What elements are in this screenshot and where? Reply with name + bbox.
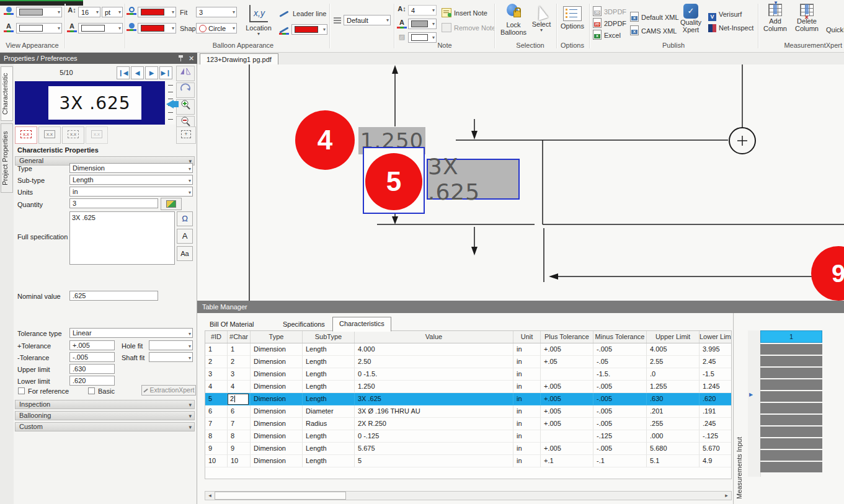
measurement-cell[interactable] — [760, 415, 822, 425]
table-cell[interactable]: 10 — [228, 455, 251, 467]
type-combo[interactable]: Dimension — [69, 163, 193, 173]
table-cell[interactable]: -.005 — [593, 443, 647, 455]
add-column-button[interactable]: ▼ Add Column — [762, 4, 789, 41]
table-cell[interactable]: 4 — [205, 381, 228, 393]
balloon-format-button-3[interactable]: x.x — [62, 126, 84, 144]
symbol-omega-button[interactable]: Ω — [177, 211, 193, 226]
publish-2dpdf-button[interactable]: 2D2DPDF — [593, 18, 626, 28]
table-cell[interactable]: .191 — [700, 405, 732, 418]
balloon-font-color-combo[interactable] — [78, 23, 123, 33]
balloon-outline-color-combo[interactable] — [138, 7, 176, 17]
next-record-button[interactable]: ▶ — [145, 66, 158, 79]
note-size-combo[interactable]: 4 — [408, 5, 437, 15]
table-cell[interactable]: Dimension — [251, 405, 303, 418]
table-row[interactable]: 1010DimensionLength5in+.1-.15.14.9 — [205, 455, 731, 467]
table-cell[interactable]: in — [513, 443, 541, 455]
table-cell[interactable]: -.005 — [593, 381, 647, 393]
minus-tolerance-input[interactable]: -.005 — [69, 352, 115, 362]
table-row[interactable]: 11DimensionLength4.000in+.005-.0054.0053… — [205, 343, 731, 356]
font-style-button[interactable]: A — [177, 229, 193, 244]
table-cell[interactable]: 1.245 — [700, 381, 732, 393]
table-cell[interactable]: 2.55 — [647, 356, 700, 368]
font-size-combo[interactable]: 16 — [78, 7, 100, 17]
table-cell[interactable]: 2X R.250 — [355, 418, 513, 430]
tab-bill-of-material[interactable]: Bill Of Material — [203, 319, 260, 330]
table-cell[interactable]: Length — [303, 393, 355, 405]
table-cell[interactable]: 8 — [205, 430, 228, 443]
preview-zoom-slider[interactable] — [166, 81, 175, 125]
quantity-tool-button[interactable] — [161, 198, 182, 210]
measurement-cell[interactable] — [760, 379, 822, 390]
char-number-edit-input[interactable]: 2 — [228, 394, 249, 405]
table-cell[interactable]: 0 -1.5. — [355, 368, 513, 381]
publish-default-xml-button[interactable]: XDefault XML — [630, 12, 679, 22]
table-cell[interactable]: -.005 — [593, 418, 647, 430]
lock-balloons-button[interactable]: Lock Balloons — [499, 4, 528, 42]
tolerance-type-combo[interactable]: Linear — [69, 328, 193, 338]
shape-combo[interactable]: Circle — [196, 23, 237, 33]
table-cell[interactable]: 2.45 — [700, 356, 732, 368]
table-cell[interactable]: 2 — [228, 356, 251, 368]
column-header[interactable]: SubType — [303, 331, 355, 343]
table-row[interactable]: 66DimensionDiameter3X Ø .196 THRU AUin+.… — [205, 405, 731, 418]
table-cell[interactable]: Length — [303, 368, 355, 381]
table-cell[interactable]: in — [513, 418, 541, 430]
table-cell[interactable]: +.005 — [541, 393, 593, 405]
table-cell[interactable]: 2 — [228, 393, 251, 405]
view-balloon-color-combo[interactable] — [16, 7, 62, 17]
font-unit-combo[interactable]: pt — [102, 7, 123, 17]
balloon-format-button-active[interactable]: x.x — [15, 126, 37, 144]
location-button[interactable]: x,y Location ▾ — [242, 4, 275, 41]
table-cell[interactable]: -.05 — [593, 356, 647, 368]
table-cell[interactable]: in — [513, 343, 541, 356]
last-record-button[interactable]: ▶❙ — [159, 66, 172, 79]
full-spec-textarea[interactable]: 3X .625 — [69, 211, 175, 265]
table-cell[interactable]: -.1 — [593, 455, 647, 467]
column-header[interactable]: Plus Tolerance — [541, 331, 593, 343]
measurement-cell[interactable] — [760, 462, 822, 472]
table-cell[interactable]: Length — [303, 356, 355, 368]
table-cell[interactable]: Dimension — [251, 418, 303, 430]
table-cell[interactable]: .620 — [700, 393, 732, 405]
table-cell[interactable]: +.005 — [541, 381, 593, 393]
section-ballooning[interactable]: Ballooning — [15, 411, 195, 420]
publish-cams-xml-button[interactable]: XCAMS XML — [630, 25, 677, 35]
capture-region-button[interactable]: + — [176, 126, 196, 144]
table-cell[interactable]: -1.5 — [700, 368, 732, 381]
style-preset-combo[interactable]: Default — [344, 15, 391, 25]
table-row[interactable]: 77DimensionRadius2X R.250in+.005-.005.25… — [205, 418, 731, 430]
table-cell[interactable]: in — [513, 430, 541, 443]
table-cell[interactable]: +.1 — [541, 455, 593, 467]
measurement-cell[interactable] — [760, 427, 822, 437]
table-cell[interactable]: 7 — [205, 418, 228, 430]
table-cell[interactable]: Radius — [303, 418, 355, 430]
extractionxpert-button[interactable]: ExtractionXpert — [141, 385, 196, 396]
publish-verisurf-button[interactable]: VVerisurf — [708, 11, 742, 21]
previous-record-button[interactable]: ◀ — [131, 66, 144, 79]
measurement-cell[interactable] — [760, 450, 822, 461]
close-icon[interactable]: ✕ — [189, 53, 194, 64]
table-cell[interactable]: 4.000 — [355, 343, 513, 356]
balloon-fill-color-combo[interactable] — [138, 23, 176, 33]
table-cell[interactable]: 0 -.125 — [355, 430, 513, 443]
table-row[interactable]: 44DimensionLength1.250in+.005-.0051.2551… — [205, 381, 731, 393]
balloon-5[interactable]: 5 — [365, 153, 422, 210]
table-cell[interactable]: 1.250 — [355, 381, 513, 393]
column-header[interactable]: #ID — [205, 331, 228, 343]
table-cell[interactable]: Dimension — [251, 381, 303, 393]
table-cell[interactable] — [541, 430, 593, 443]
table-cell[interactable]: -.005 — [593, 343, 647, 356]
table-cell[interactable]: in — [513, 381, 541, 393]
table-row[interactable]: 33DimensionLength0 -1.5.in-1.5..0-1.5 — [205, 368, 731, 381]
basic-checkbox[interactable] — [88, 387, 95, 394]
table-cell[interactable]: -.005 — [593, 393, 647, 405]
table-cell[interactable]: .201 — [647, 405, 700, 418]
delete-column-button[interactable]: ✕ Delete Column — [793, 4, 821, 41]
table-cell[interactable]: Dimension — [251, 356, 303, 368]
options-button[interactable]: Options — [558, 6, 587, 38]
drawing-canvas[interactable]: 1.250 4 5 3X .625 9 — [197, 64, 844, 301]
nominal-input[interactable]: .625 — [69, 291, 158, 301]
table-cell[interactable]: 3.995 — [700, 343, 732, 356]
column-header[interactable]: Lower Limit — [700, 331, 732, 343]
table-cell[interactable]: 5 — [355, 455, 513, 467]
